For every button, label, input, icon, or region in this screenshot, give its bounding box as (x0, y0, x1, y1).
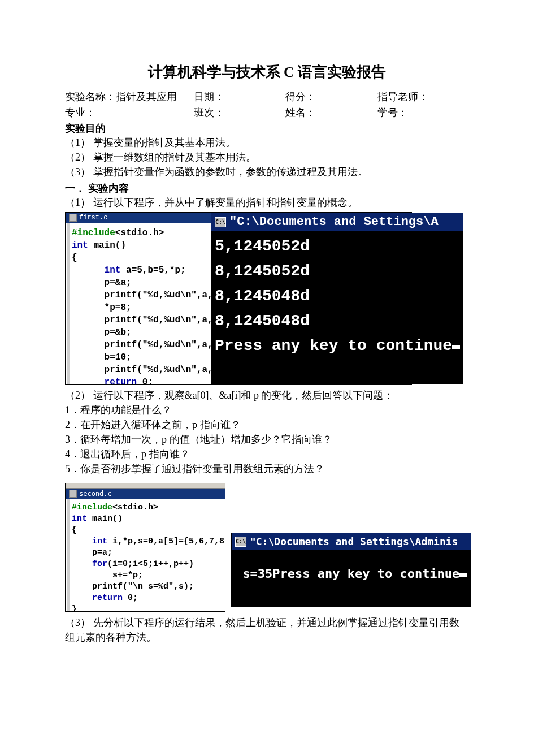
console-line: Press any key to continue (215, 337, 452, 355)
goal-3: （3） 掌握指针变量作为函数的参数时，参数的传递过程及其用法。 (65, 165, 469, 179)
console-output-2: s=35Press any key to continue (232, 550, 471, 607)
item-2: （2） 运行以下程序，观察&a[0]、&a[i]和 p 的变化，然后回答以下问题… (65, 388, 469, 403)
code-kw: int (72, 537, 107, 546)
code-text: printf("\n s=%d",s); (72, 582, 194, 591)
cmd-icon: C:\ (235, 537, 246, 547)
meta-major: 专业： (65, 106, 194, 119)
console-line: 8,1245052d (215, 262, 310, 280)
meta-class: 班次： (194, 106, 286, 119)
console-pane-2: C:\ "C:\Documents and Settings\Adminis s… (231, 533, 471, 607)
screenshot-2: second.c #include<stdio.h> int main() { … (65, 483, 469, 612)
meta-teacher: 指导老师： (377, 90, 470, 103)
item-1: （1） 运行以下程序，并从中了解变量的指针和指针变量的概念。 (65, 195, 469, 210)
goal-1: （1） 掌握变量的指针及其基本用法。 (65, 135, 469, 150)
editor-tab-label: first.c (79, 214, 107, 222)
code-kw: int (72, 240, 88, 250)
editor-tab-2-label: second.c (79, 490, 112, 498)
code-text: a=5,b=5,*p; (120, 265, 185, 275)
cursor-icon (459, 573, 467, 577)
code-kw: int (72, 265, 120, 275)
question-2: 2．在开始进入循环体之前，p 指向谁？ (65, 417, 469, 432)
meta-name-label: 实验名称： (65, 91, 116, 102)
cursor-icon (452, 345, 460, 349)
code-text: *p=8; (72, 303, 132, 313)
question-1: 1．程序的功能是什么？ (65, 403, 469, 417)
console-output: 5,1245052d 8,1245052d 8,1245048d 8,12450… (211, 232, 463, 384)
code-text: i,*p,s=0,a[5]={5,6,7,8,9}; (107, 537, 225, 546)
screenshot-1: first.c #include<stdio.h> int main() { i… (65, 212, 469, 385)
console-pane: C:\ "C:\Documents and Settings\A 5,12450… (211, 213, 463, 384)
console-titlebar: C:\ "C:\Documents and Settings\A (211, 213, 463, 232)
code-area: #include<stdio.h> int main() { int a=5,b… (67, 223, 211, 384)
editor-tab: first.c (66, 213, 211, 223)
editor-chrome (66, 483, 225, 489)
meta-date: 日期： (194, 90, 286, 103)
code-text: 0; (123, 593, 138, 603)
code-text: p=&b; (72, 327, 132, 338)
meta-name-value: 指针及其应用 (116, 91, 177, 102)
code-area-2: #include<stdio.h> int main() { int i,*p,… (67, 499, 225, 611)
editor-tab-2: second.c (66, 489, 225, 499)
question-5: 5．你是否初步掌握了通过指针变量引用数组元素的方法？ (65, 461, 469, 476)
item-3: （3） 先分析以下程序的运行结果，然后上机验证，并通过此例掌握通过指针变量引用数… (65, 615, 469, 645)
console-line: 8,1245048d (215, 312, 310, 330)
meta-score: 得分： (285, 90, 377, 103)
code-text: printf("%d,%ud\n",a,p); (72, 365, 211, 375)
code-text: printf("%d,%ud\n",a,p); (72, 315, 211, 325)
meta-row-2: 专业： 班次： 姓名： 学号： (65, 106, 469, 119)
code-text: (i=0;i<5;i++,p++) (107, 559, 194, 569)
meta-stuname: 姓名： (285, 106, 377, 119)
code-text: main() (88, 240, 126, 250)
console-title-text-2: "C:\Documents and Settings\Adminis (250, 535, 458, 547)
code-text: <stdio.h> (112, 503, 158, 512)
meta-row-1: 实验名称：指针及其应用 日期： 得分： 指导老师： (65, 90, 469, 103)
meta-id: 学号： (377, 106, 470, 119)
code-text: { (72, 525, 77, 535)
code-text: { (72, 253, 77, 263)
code-text: p=&a; (72, 278, 132, 288)
code-editor-pane: first.c #include<stdio.h> int main() { i… (66, 213, 211, 384)
code-kw: int (72, 514, 87, 524)
code-text: printf("%d,%ud\n",a,p); (72, 340, 211, 350)
console-line: 5,1245052d (215, 237, 310, 255)
content-heading: 一． 实验内容 (65, 182, 469, 195)
code-text: 0; (137, 377, 153, 384)
console-line: s=35Press any key to continue (235, 567, 459, 581)
code-text: <stdio.h> (115, 228, 164, 238)
code-text: b=10; (72, 352, 132, 362)
code-text: printf("%d,%ud\n",a,p); (72, 290, 211, 300)
code-text: p=a; (72, 548, 112, 558)
code-text: } (72, 604, 77, 611)
console-line: 8,1245048d (215, 287, 310, 305)
file-icon (69, 490, 77, 498)
code-editor-pane-2: #include<stdio.h> int main() { int i,*p,… (65, 499, 225, 612)
question-3: 3．循环每增加一次，p 的值（地址）增加多少？它指向谁？ (65, 432, 469, 447)
code-text: main() (87, 514, 123, 524)
goals-heading: 实验目的 (65, 122, 469, 135)
doc-title: 计算机科学与技术系 C 语言实验报告 (65, 62, 469, 82)
file-icon (69, 214, 77, 222)
code-kw: #include (72, 228, 115, 238)
console-title-text: "C:\Documents and Settings\A (229, 215, 439, 229)
code-kw: for (72, 559, 107, 569)
goal-2: （2） 掌握一维数组的指针及其基本用法。 (65, 150, 469, 165)
code-kw: return (72, 593, 123, 603)
code-kw: return (72, 377, 137, 384)
code-kw: #include (72, 503, 112, 512)
question-4: 4．退出循环后，p 指向谁？ (65, 447, 469, 461)
cmd-icon: C:\ (215, 217, 226, 227)
console-titlebar-2: C:\ "C:\Documents and Settings\Adminis (232, 533, 471, 550)
code-text: s+=*p; (72, 571, 143, 580)
